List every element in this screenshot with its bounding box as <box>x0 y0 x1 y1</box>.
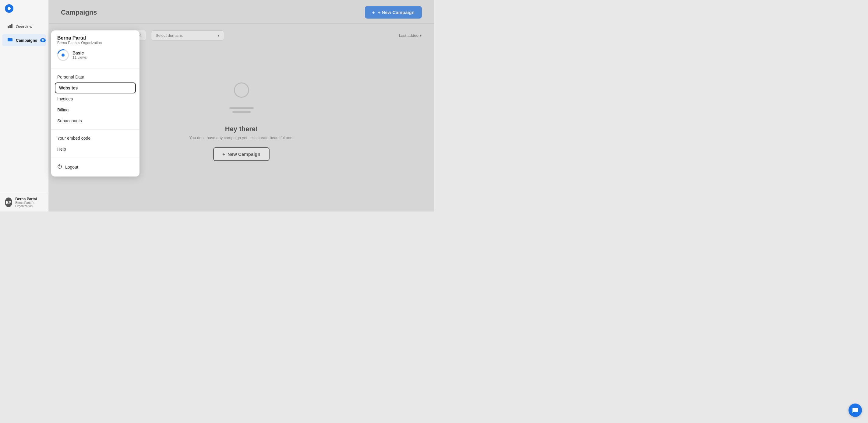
logout-label: Logout <box>65 165 78 169</box>
sidebar-item-campaigns[interactable]: Campaigns 0 <box>2 34 46 46</box>
dropdown-item-embed-code[interactable]: Your embed code <box>51 133 140 143</box>
folder-icon <box>7 37 13 43</box>
user-avatar: BP <box>5 197 12 207</box>
sidebar: Overview Campaigns 0 BP Berna Partal Ber… <box>0 0 49 212</box>
page-title: Campaigns <box>61 8 97 17</box>
dropdown-item-help[interactable]: Help <box>51 143 140 155</box>
sort-chevron-icon: ▾ <box>420 33 422 38</box>
new-campaign-label-top: + New Campaign <box>378 10 414 15</box>
new-campaign-button-top[interactable]: + + New Campaign <box>365 6 422 19</box>
svg-line-4 <box>140 36 141 37</box>
dropdown-item-label-help: Help <box>57 147 66 152</box>
empty-lines <box>229 107 254 113</box>
dropdown-item-personal-data[interactable]: Personal Data <box>51 71 140 83</box>
app-logo[interactable] <box>0 0 49 17</box>
domain-select[interactable]: Select domains ▾ <box>151 30 224 40</box>
dropdown-item-websites[interactable]: Websites <box>55 83 136 93</box>
plus-icon-top: + <box>372 10 375 15</box>
new-campaign-label-empty: New Campaign <box>227 152 260 157</box>
empty-illustration <box>211 79 272 119</box>
dropdown-user-section: Berna Partal Berna Partal's Organization… <box>51 35 140 65</box>
dropdown-divider-2 <box>51 129 140 130</box>
dropdown-user-name: Berna Partal <box>57 35 133 41</box>
svg-rect-0 <box>8 26 9 28</box>
sidebar-nav: Overview Campaigns 0 <box>0 17 49 49</box>
dropdown-item-label-subaccounts: Subaccounts <box>57 118 82 123</box>
dropdown-item-label-invoices: Invoices <box>57 96 73 101</box>
empty-line-1 <box>229 107 254 109</box>
dropdown-item-label-billing: Billing <box>57 107 68 112</box>
empty-title: Hey there! <box>225 125 258 133</box>
sidebar-item-campaigns-label: Campaigns <box>16 38 37 43</box>
campaigns-badge: 0 <box>40 38 46 42</box>
dropdown-item-label-embed-code: Your embed code <box>57 136 90 140</box>
dropdown-user-org: Berna Partal's Organization <box>57 41 133 45</box>
empty-subtitle: You don't have any campaign yet, let's c… <box>189 135 293 140</box>
new-campaign-button-empty[interactable]: + New Campaign <box>213 147 269 161</box>
plan-name: Basic <box>72 51 87 55</box>
dropdown-item-billing[interactable]: Billing <box>51 104 140 115</box>
plan-circle-inner <box>62 54 65 57</box>
plan-views: 11 views <box>72 55 87 60</box>
chart-icon <box>7 23 13 30</box>
plan-progress-circle <box>57 49 69 61</box>
dropdown-item-invoices[interactable]: Invoices <box>51 93 140 104</box>
dropdown-item-logout[interactable]: Logout <box>51 161 140 173</box>
empty-line-2 <box>232 111 251 113</box>
sidebar-item-overview-label: Overview <box>16 24 32 29</box>
domain-select-label: Select domains <box>156 33 183 38</box>
dropdown-item-label-personal-data: Personal Data <box>57 74 84 79</box>
main-header: Campaigns + + New Campaign <box>49 0 434 24</box>
power-icon <box>57 164 62 170</box>
empty-circle-icon <box>234 83 249 98</box>
sidebar-user-name: Berna Partal <box>15 197 43 201</box>
dropdown-item-subaccounts[interactable]: Subaccounts <box>51 115 140 126</box>
sidebar-item-overview[interactable]: Overview <box>2 20 46 33</box>
svg-rect-1 <box>9 25 11 28</box>
sidebar-user-org: Berna Partal's Organization <box>15 201 43 208</box>
sort-label-text: Last added <box>399 33 418 38</box>
main-content: Campaigns + + New Campaign Select domain… <box>49 0 434 212</box>
chevron-down-icon: ▾ <box>217 33 220 38</box>
dropdown-plan-row: Basic 11 views <box>57 49 133 61</box>
dropdown-divider-3 <box>51 158 140 158</box>
sort-dropdown[interactable]: Last added ▾ <box>399 33 422 38</box>
dropdown-menu: Berna Partal Berna Partal's Organization… <box>51 30 140 176</box>
dropdown-item-label-websites: Websites <box>59 86 78 90</box>
plus-icon-empty: + <box>222 152 225 157</box>
sidebar-user-bottom[interactable]: BP Berna Partal Berna Partal's Organizat… <box>0 193 49 212</box>
svg-rect-2 <box>11 24 12 28</box>
dropdown-divider-1 <box>51 68 140 68</box>
